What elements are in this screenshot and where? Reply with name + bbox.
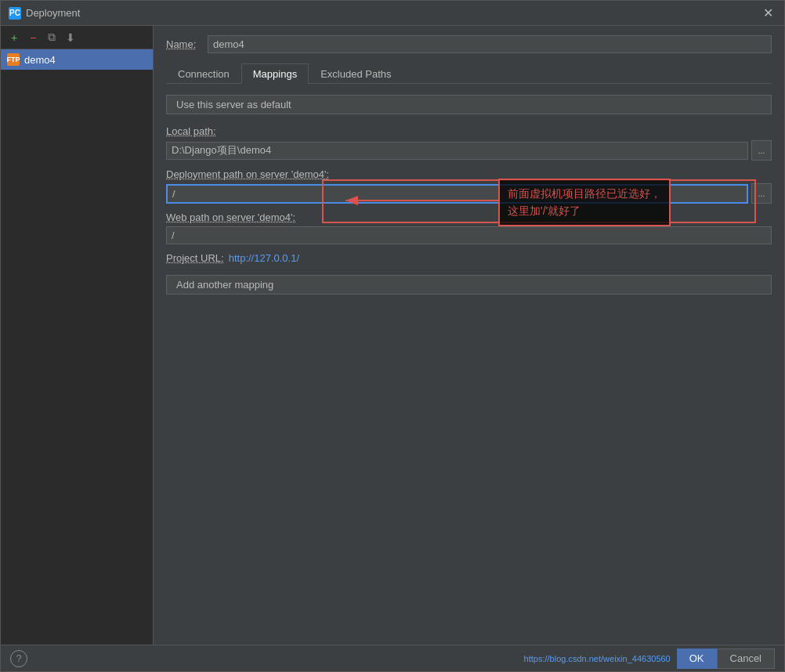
tab-connection[interactable]: Connection: [166, 63, 241, 84]
close-button[interactable]: ✕: [760, 5, 776, 21]
web-path-label: Web path on server 'demo4':: [166, 211, 772, 223]
help-button[interactable]: ?: [10, 650, 27, 667]
project-url-label: Project URL:: [166, 252, 224, 264]
project-url-row: Project URL: http://127.0.0.1/: [166, 252, 772, 264]
default-server-button[interactable]: Use this server as default: [166, 95, 772, 114]
web-path-row: [166, 226, 772, 244]
download-server-button[interactable]: ⬇: [62, 29, 79, 46]
window-title: Deployment: [26, 7, 80, 19]
remove-server-button[interactable]: −: [24, 29, 42, 46]
sidebar: + − ⧉ ⬇ FTP demo4: [1, 26, 154, 645]
deployment-path-label: Deployment path on server 'demo4':: [166, 168, 772, 180]
ok-button[interactable]: OK: [677, 649, 717, 669]
deployment-path-row: ...: [166, 183, 772, 204]
add-mapping-button[interactable]: Add another mapping: [166, 275, 772, 294]
local-path-input[interactable]: [166, 142, 748, 160]
sidebar-item-demo4[interactable]: FTP demo4: [1, 49, 153, 70]
name-label: Name:: [166, 38, 201, 50]
web-path-input[interactable]: [166, 226, 772, 244]
cancel-button[interactable]: Cancel: [717, 649, 775, 669]
title-bar-left: PC Deployment: [9, 7, 80, 20]
deployment-path-input[interactable]: [166, 184, 748, 204]
sidebar-item-label: demo4: [24, 54, 56, 66]
local-path-label: Local path:: [166, 125, 772, 137]
status-url: https://blog.csdn.net/weixin_44630560: [524, 654, 671, 663]
tab-mappings[interactable]: Mappings: [241, 63, 309, 84]
deployment-window: PC Deployment ✕ + − ⧉ ⬇ FTP demo4 Name:: [0, 0, 785, 672]
local-path-row: ...: [166, 140, 772, 161]
tabs: Connection Mappings Excluded Paths: [166, 63, 772, 84]
name-row: Name:: [166, 35, 772, 53]
sidebar-toolbar: + − ⧉ ⬇: [1, 26, 153, 49]
project-url-link[interactable]: http://127.0.0.1/: [229, 252, 299, 264]
right-panel: Name: Connection Mappings Excluded Paths…: [154, 26, 784, 645]
tab-excluded-paths[interactable]: Excluded Paths: [309, 63, 403, 84]
name-input[interactable]: [208, 35, 772, 53]
local-path-browse-button[interactable]: ...: [751, 140, 772, 161]
main-content: + − ⧉ ⬇ FTP demo4 Name: Connection Mappi…: [1, 26, 784, 645]
add-server-button[interactable]: +: [5, 29, 23, 46]
bottom-left: ?: [10, 650, 27, 667]
bottom-right: https://blog.csdn.net/weixin_44630560 OK…: [524, 649, 775, 669]
app-icon: PC: [9, 7, 21, 20]
bottom-bar: ? https://blog.csdn.net/weixin_44630560 …: [1, 645, 784, 671]
title-bar: PC Deployment ✕: [1, 1, 784, 26]
copy-server-button[interactable]: ⧉: [43, 29, 60, 46]
ftp-icon: FTP: [7, 53, 20, 66]
deployment-path-browse-button[interactable]: ...: [751, 183, 772, 204]
